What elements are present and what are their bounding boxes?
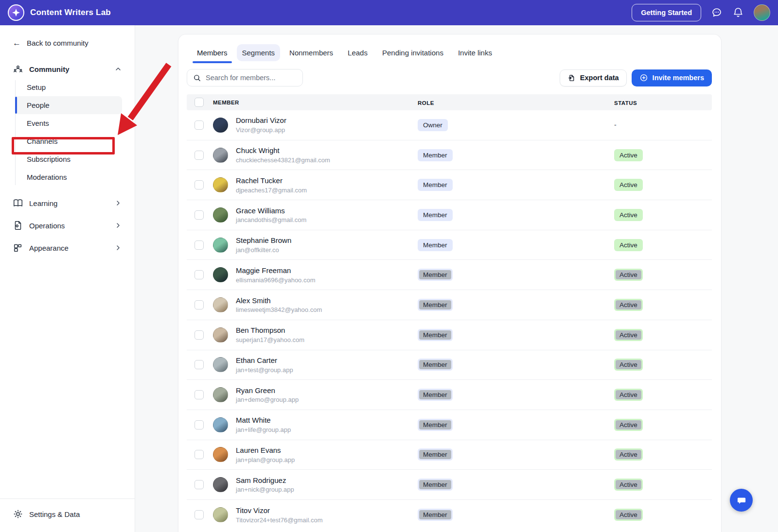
row-checkbox[interactable] <box>194 510 204 519</box>
settings-label: Settings & Data <box>29 510 80 518</box>
row-checkbox[interactable] <box>194 240 204 250</box>
back-to-community-link[interactable]: ← Back to community <box>13 39 122 47</box>
brand-title: Content Writers Lab <box>30 8 111 17</box>
member-email: jan+test@group.app <box>236 366 293 374</box>
search-icon <box>193 74 201 82</box>
member-info: Grace Williamsjancandothis@gmail.com <box>236 206 306 224</box>
export-label: Export data <box>580 74 619 82</box>
row-checkbox[interactable] <box>194 480 204 489</box>
status-badge: Active <box>614 329 643 341</box>
invite-members-button[interactable]: Invite members <box>632 69 712 86</box>
row-checkbox[interactable] <box>194 390 204 399</box>
role-badge: Member <box>418 479 453 491</box>
sidebar-item-events[interactable]: Events <box>15 114 122 132</box>
table-row: Ben Thompsonsuperjan17@yahoo.comMemberAc… <box>187 320 712 350</box>
member-email: Vizor@group.app <box>236 126 286 134</box>
member-name: Ben Thompson <box>236 326 304 335</box>
role-badge: Member <box>418 149 453 161</box>
member-email: chuckiechesse43821@gmail.com <box>236 156 330 164</box>
row-checkbox[interactable] <box>194 270 204 279</box>
member-avatar <box>213 148 228 163</box>
row-checkbox[interactable] <box>194 300 204 309</box>
sidebar-item-subscriptions[interactable]: Subscriptions <box>15 150 122 168</box>
status-badge: Active <box>614 299 643 311</box>
member-cell: Matt Whitejan+life@group.app <box>187 416 418 433</box>
tab-pending-invitations[interactable]: Pending invitations <box>377 44 449 61</box>
member-email: Titovizor24+test76@gmail.com <box>236 516 323 524</box>
row-checkbox[interactable] <box>194 420 204 429</box>
tab-members[interactable]: Members <box>192 44 233 61</box>
export-data-button[interactable]: Export data <box>560 69 627 86</box>
row-checkbox[interactable] <box>194 360 204 369</box>
sidebar-item-community[interactable]: Community <box>13 64 122 74</box>
select-all-checkbox[interactable] <box>194 98 204 107</box>
row-checkbox[interactable] <box>194 180 204 189</box>
member-email: djpeaches17@gmail.com <box>236 187 307 194</box>
chat-launcher-button[interactable] <box>730 489 753 512</box>
tab-nonmembers[interactable]: Nonmembers <box>284 44 338 61</box>
role-cell: Member <box>418 359 614 371</box>
member-cell: Titov VizorTitovizor24+test76@gmail.com <box>187 506 418 524</box>
sidebar-item-moderations[interactable]: Moderations <box>15 168 122 186</box>
member-cell: Alex Smithlimesweetjm3842@yahoo.com <box>187 296 418 314</box>
messages-icon[interactable] <box>711 7 723 18</box>
member-avatar <box>213 267 228 282</box>
sidebar-item-learning[interactable]: Learning <box>13 198 122 208</box>
member-avatar <box>213 447 228 462</box>
status-cell: Active <box>614 419 712 431</box>
tab-leads[interactable]: Leads <box>342 44 373 61</box>
member-info: Maggie Freemanellismania9696@yahoo.com <box>236 266 316 284</box>
member-cell: Chuck Wrightchuckiechesse43821@gmail.com <box>187 146 418 164</box>
role-badge: Member <box>418 179 453 191</box>
member-cell: Dornubari VizorVizor@group.app <box>187 116 418 134</box>
sidebar-item-channels[interactable]: Channels <box>15 132 122 150</box>
status-cell: Active <box>614 149 712 161</box>
row-checkbox[interactable] <box>194 151 204 160</box>
role-cell: Member <box>418 149 614 161</box>
member-cell: Rachel Tuckerdjpeaches17@gmail.com <box>187 176 418 194</box>
gear-icon <box>13 509 23 519</box>
table-row: Stephanie Brownjan@offkilter.coMemberAct… <box>187 230 712 260</box>
getting-started-button[interactable]: Getting Started <box>632 4 701 21</box>
role-badge: Member <box>418 209 453 221</box>
row-checkbox[interactable] <box>194 330 204 340</box>
chevron-up-icon <box>114 65 122 73</box>
table-body: Dornubari VizorVizor@group.appOwner-Chuc… <box>187 110 712 530</box>
role-cell: Member <box>418 509 614 521</box>
member-name: Alex Smith <box>236 296 322 306</box>
community-subnav: Setup People Events Channels Subscriptio… <box>13 78 122 186</box>
member-avatar <box>213 297 228 312</box>
notifications-bell-icon[interactable] <box>732 7 744 18</box>
sidebar-item-appearance[interactable]: Appearance <box>13 242 122 253</box>
status-cell: Active <box>614 269 712 281</box>
tab-invite-links[interactable]: Invite links <box>453 44 497 61</box>
member-cell: Ethan Carterjan+test@group.app <box>187 356 418 374</box>
tab-segments[interactable]: Segments <box>237 44 281 61</box>
members-card: Members Segments Nonmembers Leads Pendin… <box>178 34 722 532</box>
sidebar-item-people[interactable]: People <box>15 96 122 114</box>
member-email: jancandothis@gmail.com <box>236 216 306 223</box>
back-label: Back to community <box>27 39 88 47</box>
member-search[interactable] <box>187 69 303 86</box>
search-input[interactable] <box>206 74 297 82</box>
settings-and-data-link[interactable]: Settings & Data <box>0 498 135 532</box>
sidebar-item-operations[interactable]: Operations <box>13 220 122 231</box>
row-checkbox[interactable] <box>194 450 204 459</box>
status-cell: Active <box>614 209 712 221</box>
member-cell: Stephanie Brownjan@offkilter.co <box>187 236 418 254</box>
status-cell: Active <box>614 448 712 461</box>
member-avatar <box>213 507 228 522</box>
member-info: Sam Rodriguezjan+nick@group.app <box>236 476 294 494</box>
user-avatar[interactable] <box>754 4 770 21</box>
role-badge: Member <box>418 389 453 401</box>
row-checkbox[interactable] <box>194 120 204 130</box>
sidebar-item-setup[interactable]: Setup <box>15 78 122 96</box>
role-badge: Member <box>418 299 453 311</box>
community-logo-icon <box>8 4 24 21</box>
table-row: Titov VizorTitovizor24+test76@gmail.comM… <box>187 500 712 530</box>
learning-book-icon <box>13 198 23 208</box>
member-avatar <box>213 327 228 343</box>
member-avatar <box>213 177 228 192</box>
row-checkbox[interactable] <box>194 210 204 220</box>
channels-label: Channels <box>27 137 57 145</box>
